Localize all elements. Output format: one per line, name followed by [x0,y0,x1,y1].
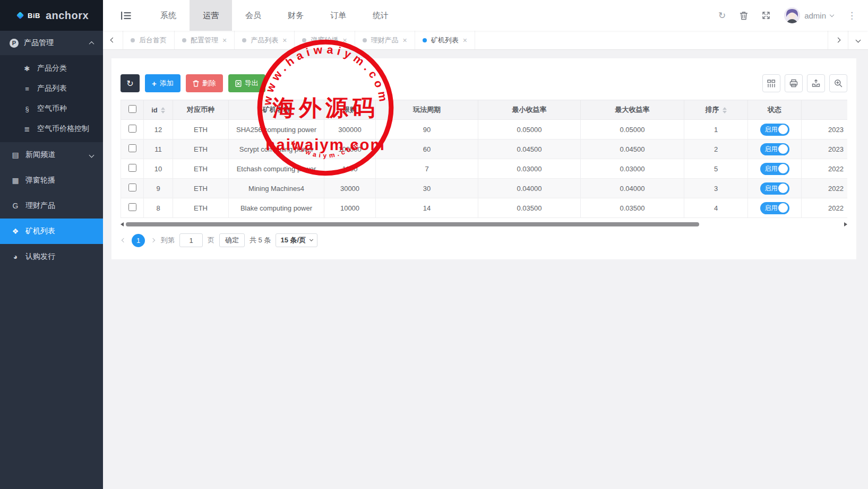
status-toggle[interactable]: 启用 [760,163,789,175]
trash-icon [193,80,199,87]
page-size-select[interactable]: 15 条/页 [276,233,317,247]
sidebar-item-label: 产品列表 [37,84,67,93]
tab-label: 理财产品 [371,36,399,45]
current-page-button[interactable]: 1 [132,234,145,247]
tab-close-icon[interactable]: × [222,36,227,45]
cell-sort: 3 [684,179,748,198]
export-table-button[interactable] [807,74,825,92]
cell-name: Scrypt computing power [229,139,324,159]
tabs-scroll-left-button[interactable] [103,31,123,49]
tab-config[interactable]: 配置管理 × [175,31,235,49]
row-checkbox[interactable] [128,184,136,191]
miner-table: id 对应币种 矿机名称 限购 玩法周期 最小收益率 最大收益率 排序 状态 1… [121,100,847,218]
fullscreen-icon[interactable] [762,11,770,20]
tab-miner-list[interactable]: 矿机列表 × [415,31,475,49]
cell-status: 启用 [748,159,802,179]
cell-max-rate: 0.04000 [581,179,684,198]
sidebar-collapse-button[interactable] [121,12,131,20]
brand-logo[interactable]: BiB anchorx [0,0,103,31]
nav-item-statistics[interactable]: 统计 [359,0,402,31]
table-row: 10 ETH Etchash computing power 1000 7 0.… [121,159,848,179]
nav-item-order[interactable]: 订单 [317,0,359,31]
tab-close-icon[interactable]: × [463,36,467,45]
excel-file-icon [235,80,242,87]
tab-close-icon[interactable]: × [282,36,287,45]
row-checkbox[interactable] [128,203,136,211]
sidebar-item-product-list[interactable]: ≡ 产品列表 [0,78,103,99]
sidebar-item-miner-list[interactable]: ❖ 矿机列表 [0,219,103,244]
print-button[interactable] [785,74,803,92]
printer-icon [789,79,798,88]
refresh-button[interactable]: ↻ [121,74,140,92]
page-number-input[interactable] [179,233,203,247]
table-row: 8 ETH Blake computing power 10000 14 0.0… [121,198,848,218]
columns-button[interactable] [762,74,780,92]
trash-icon[interactable] [740,11,748,20]
sidebar-item-product-category[interactable]: ✱ 产品分类 [0,58,103,78]
sidebar-item-news-channel[interactable]: ▤ 新闻频道 [0,142,103,168]
cell-name: SHA256 computing power [229,120,324,139]
select-all-checkbox[interactable] [128,105,136,113]
nav-item-system[interactable]: 系统 [147,0,190,31]
tab-label: 弹窗轮播 [311,36,338,45]
next-page-button[interactable] [150,239,156,242]
cell-coin: ETH [173,159,229,179]
tab-close-icon[interactable]: × [403,36,407,45]
sidebar-item-subscription-issue[interactable]: ◕ 认购发行 [0,244,103,269]
export-button[interactable]: 导出 [228,74,265,92]
cell-sort: 5 [684,159,748,179]
status-toggle[interactable]: 启用 [760,143,789,155]
add-button[interactable]: + 添加 [145,74,181,92]
search-button[interactable] [829,74,847,92]
nav-item-member[interactable]: 会员 [232,0,274,31]
cell-min-rate: 0.03500 [478,198,581,218]
scroll-left-arrow[interactable] [121,222,124,226]
refresh-icon: ↻ [126,78,133,89]
tabs-menu-button[interactable] [848,31,868,49]
col-sort[interactable]: 排序 [684,100,748,120]
prev-page-button[interactable] [121,239,127,242]
cell-name: Blake computing power [229,198,324,218]
confirm-page-button[interactable]: 确定 [219,233,245,247]
sidebar-item-popup-carousel[interactable]: ▦ 弹窗轮播 [0,168,103,193]
sidebar-item-air-coin[interactable]: § 空气币种 [0,99,103,119]
user-menu[interactable]: admin [784,7,833,23]
sidebar-item-air-coin-price-control[interactable]: ≣ 空气币价格控制 [0,119,103,139]
cell-coin: ETH [173,139,229,159]
refresh-icon[interactable]: ↻ [718,10,726,21]
product-management-icon: P [10,39,19,48]
col-limit: 限购 [324,100,376,120]
nav-item-finance[interactable]: 财务 [274,0,317,31]
scroll-right-arrow[interactable] [844,222,847,226]
username: admin [804,11,826,20]
more-menu-icon[interactable]: ⋮ [847,10,856,21]
tab-product-list[interactable]: 产品列表 × [235,31,295,49]
delete-label: 删除 [202,78,216,88]
tab-popup-carousel[interactable]: 弹窗轮播 × [295,31,355,49]
sidebar-item-label: 空气币种 [37,104,67,113]
row-checkbox[interactable] [128,164,136,172]
row-checkbox[interactable] [128,144,136,152]
status-toggle[interactable]: 启用 [760,182,789,195]
status-toggle[interactable]: 启用 [760,202,789,214]
col-coin: 对应币种 [173,100,229,120]
total-count-label: 共 5 条 [250,235,271,245]
sidebar-group-product-management[interactable]: P 产品管理 [0,31,103,55]
goto-label: 到第 [161,235,175,245]
tabs-scroll-right-button[interactable] [828,31,848,49]
table-row: 11 ETH Scrypt computing power 100000 60 … [121,139,848,159]
tab-label: 后台首页 [139,36,167,45]
sidebar-item-wealth-product[interactable]: G 理财产品 [0,193,103,219]
tab-wealth-product[interactable]: 理财产品 × [355,31,415,49]
nav-item-operation[interactable]: 运营 [190,0,232,31]
top-header: 系统 运营 会员 财务 订单 统计 ↻ [103,0,868,31]
tab-close-icon[interactable]: × [342,36,347,45]
scrollbar-thumb[interactable] [126,222,699,226]
delete-button[interactable]: 删除 [186,74,223,92]
cell-select [121,179,144,198]
status-toggle[interactable]: 启用 [760,124,789,136]
cell-cycle: 60 [376,139,478,159]
tab-dashboard[interactable]: 后台首页 [123,31,175,49]
row-checkbox[interactable] [128,125,136,133]
col-id[interactable]: id [144,100,173,120]
